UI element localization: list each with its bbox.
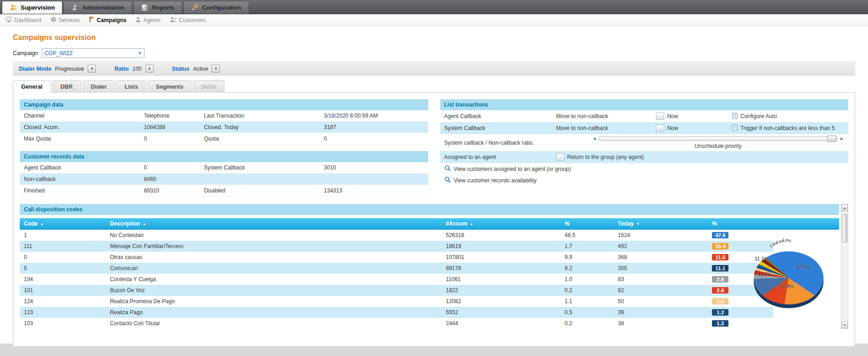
field-label: Quota: [204, 136, 324, 142]
sub-nav-services[interactable]: Services: [50, 17, 80, 24]
ratio-dropdown-button[interactable]: ▼: [146, 65, 154, 73]
slider-thumb[interactable]: [827, 136, 836, 142]
disposition-row[interactable]: 104 Contesta Y Cuelga 11061 1.0 83 2.6: [20, 274, 839, 285]
disposition-row[interactable]: 0 Otras causas 107801 9.9 368 11.5: [20, 252, 839, 263]
monitor-icon: [6, 17, 12, 24]
field-value: Telephone: [144, 113, 204, 119]
right-column: List transactions Agent Callback Move to…: [440, 99, 849, 197]
disposition-pie-area: 47.6% 15.4% 11.5% 11.1% 2.6% 2.6% 1.6%: [754, 235, 823, 308]
disposition-row[interactable]: 101 Buzon De Voz 1822 0.2 82 2.6: [20, 285, 839, 296]
tab-dbr[interactable]: DBR: [52, 80, 81, 93]
content-tabs: General DBR Dialer Lists Segments Skills: [13, 80, 868, 92]
row-label: Agent Callback: [444, 113, 556, 119]
percentage-badge: 15.4: [712, 243, 728, 249]
main-tab-reports[interactable]: Reports: [133, 1, 182, 14]
disposition-row[interactable]: 111 Mensaje Con Familiar/Tercero 18619 1…: [20, 241, 839, 252]
move-now-button[interactable]: →: [656, 124, 664, 132]
chevron-down-icon: ▼: [214, 67, 218, 71]
disposition-table-header: Code ▲ Description ▲ #Accum ▲: [20, 218, 839, 230]
cell-today: 355: [614, 265, 708, 271]
now-label[interactable]: Now: [667, 113, 678, 119]
data-row: Non-callback 8460: [20, 174, 428, 185]
ratio-value: 100: [132, 66, 141, 72]
cell-accum: 2444: [442, 320, 560, 327]
view-customers-assigned-link[interactable]: View customers assigned to an agent (or …: [440, 163, 849, 175]
column-header[interactable]: Today ▼: [614, 220, 708, 227]
now-label[interactable]: Now: [667, 125, 678, 131]
list-transactions-section: List transactions Agent Callback Move to…: [440, 99, 849, 186]
column-header[interactable]: %: [708, 220, 839, 227]
disposition-row[interactable]: 124 Realiza Promesa De Pago 12082 1.1 50…: [20, 296, 839, 307]
field-label: Non-callback: [24, 176, 144, 182]
arrow-right-icon: →: [558, 155, 563, 160]
campaign-label: Campaign: [13, 50, 38, 57]
view-records-availability-link[interactable]: View customer records availability: [440, 175, 849, 186]
scrollbar-thumb[interactable]: [842, 214, 847, 243]
row-action-label: Move to non-callback: [556, 125, 656, 131]
ratio-slider: ◄ ►: [592, 136, 844, 141]
cell-code: 5: [20, 265, 106, 271]
slider-track[interactable]: [599, 136, 837, 141]
ratio-filter: Ratio 100 ▼: [114, 65, 153, 73]
trigger-config-link[interactable]: Trigger if non-callbacks are less than 5: [732, 124, 844, 132]
disposition-row[interactable]: 103 Contacto Con Titular 2444 0.2 38 1.2: [20, 318, 839, 329]
dialer-mode-label: Dialer Mode: [19, 66, 51, 72]
sub-nav-customers[interactable]: Customers: [170, 17, 206, 24]
main-tab-supervision[interactable]: Supervision: [2, 1, 62, 14]
sub-nav-agents[interactable]: Agents: [135, 17, 160, 24]
percentage-badge: 11.1: [712, 265, 728, 271]
gear-icon: [50, 17, 56, 24]
disposition-row[interactable]: 1 No Contestan 526316 48.5 1524 47.6: [20, 230, 839, 241]
cell-accum-pct: 0.2: [560, 287, 614, 294]
magnifier-icon: [444, 176, 451, 184]
arrow-down-icon: ▼: [843, 323, 846, 327]
tab-segments[interactable]: Segments: [148, 80, 192, 93]
main-tab-configuration[interactable]: Configuration: [183, 1, 249, 14]
tab-dialer[interactable]: Dialer: [83, 80, 115, 93]
scroll-down-button[interactable]: ▼: [841, 322, 848, 328]
customer-records-section: Customer records data Agent Callback 0 S…: [20, 151, 428, 197]
cell-accum-pct: 8.2: [560, 265, 614, 271]
field-value: 134313: [324, 187, 424, 194]
cell-description: Otras causas: [106, 254, 442, 260]
status-dropdown-button[interactable]: ▼: [212, 65, 220, 73]
tab-lists[interactable]: Lists: [116, 80, 146, 93]
column-header[interactable]: Description ▲: [106, 220, 442, 227]
row-label: Assigned to an agent: [444, 154, 556, 160]
cell-accum: 11061: [442, 276, 560, 283]
column-header[interactable]: #Accum ▲: [442, 220, 560, 227]
slider-left-arrow[interactable]: ◄: [592, 136, 597, 141]
document-icon: [732, 124, 738, 132]
percentage-badge: 2.6: [712, 287, 728, 294]
field-value: 69310: [144, 187, 204, 194]
column-header[interactable]: %: [560, 220, 614, 227]
column-header[interactable]: Code ▲: [20, 220, 106, 227]
cell-code: 123: [20, 309, 106, 316]
campaign-data-section: Campaign data Channel Telephone Last Tra…: [20, 99, 428, 145]
campaign-select[interactable]: COP_WIZZ ▼: [42, 48, 145, 58]
slider-right-arrow[interactable]: ►: [840, 136, 844, 141]
application-window: Supervision Administration Reports Confi…: [0, 0, 868, 344]
scrollbar-track[interactable]: [841, 211, 848, 322]
sub-nav-dashboard[interactable]: Dashboard: [6, 17, 41, 24]
disposition-row[interactable]: 123 Realiza Pago 5552 0.5 39 1.2: [20, 307, 839, 318]
scroll-up-button[interactable]: ▲: [841, 204, 848, 211]
dialer-mode-dropdown-button[interactable]: ▼: [88, 65, 96, 73]
return-to-group-button[interactable]: →: [556, 153, 565, 161]
tab-general[interactable]: General: [13, 80, 51, 93]
cell-accum: 18619: [442, 243, 560, 249]
call-disposition-section: Call disposition codes Code ▲ Descriptio…: [20, 204, 848, 329]
sub-nav-campaigns[interactable]: Campaigns: [89, 16, 127, 24]
main-tab-administration[interactable]: Administration: [63, 1, 132, 14]
arrow-up-icon: ▲: [843, 206, 846, 209]
return-to-group-label[interactable]: Return to the group (any agent): [567, 154, 644, 160]
sort-arrow-icon: ▲: [40, 222, 44, 226]
disposition-row[interactable]: 5 Comunican 89178 8.2 355 11.1: [20, 263, 839, 274]
configure-auto-link[interactable]: Configure Auto: [732, 113, 844, 120]
move-now-button[interactable]: →: [656, 113, 664, 120]
cell-description: Realiza Pago: [106, 309, 442, 316]
column-label: %: [712, 220, 717, 227]
dialer-mode-filter: Dialer Mode Progressive ▼: [19, 65, 96, 73]
table-scrollbar[interactable]: ▲ ▼: [841, 204, 848, 329]
status-label: Status: [172, 66, 190, 72]
